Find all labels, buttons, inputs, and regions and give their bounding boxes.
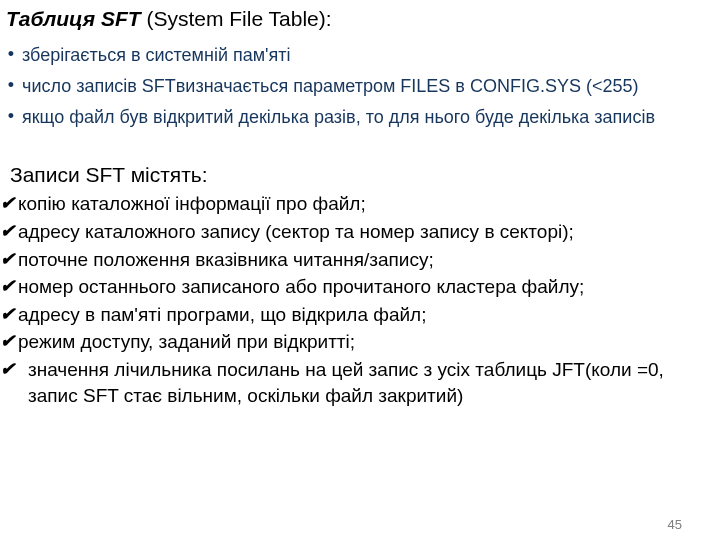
- list-item-text: число записів SFTвизначається параметром…: [22, 73, 714, 100]
- list-item: ✔ режим доступу, заданий при відкритті;: [0, 329, 720, 355]
- bullet-dot-icon: •: [0, 104, 22, 129]
- checkmark-icon: ✔: [0, 191, 18, 215]
- list-item: • число записів SFTвизначається параметр…: [0, 73, 714, 100]
- sub-heading: Записи SFT містять:: [10, 163, 720, 187]
- checkmark-icon: ✔: [0, 219, 18, 243]
- bullet-dot-icon: •: [0, 73, 22, 98]
- checkmark-icon: ✔: [0, 302, 18, 326]
- list-item-text: якщо файл був відкритий декілька разів, …: [22, 104, 714, 131]
- list-item: • якщо файл був відкритий декілька разів…: [0, 104, 714, 131]
- list-item-text: значення лічильника посилань на цей запи…: [18, 357, 720, 408]
- list-item: ✔ адресу каталожного запису (сектор та н…: [0, 219, 720, 245]
- list-item-text: номер останнього записаного або прочитан…: [18, 274, 720, 300]
- checkmark-icon: ✔: [0, 357, 18, 381]
- title-prefix: Таблиця SFT: [6, 7, 141, 30]
- list-item: • зберігається в системній пам'яті: [0, 42, 714, 69]
- checkmark-icon: ✔: [0, 247, 18, 271]
- list-item-text: поточне положення вказівника читання/зап…: [18, 247, 720, 273]
- checkmark-icon: ✔: [0, 329, 18, 353]
- list-item: ✔ поточне положення вказівника читання/з…: [0, 247, 720, 273]
- page-number: 45: [668, 517, 682, 532]
- checkmark-icon: ✔: [0, 274, 18, 298]
- list-item-text: адресу в пам'яті програми, що відкрила ф…: [18, 302, 720, 328]
- list-item-text: копію каталожної інформації про файл;: [18, 191, 720, 217]
- slide-title: Таблиця SFT (System File Table):: [6, 6, 720, 32]
- slide: Таблиця SFT (System File Table): • збері…: [0, 6, 720, 540]
- list-item-text: зберігається в системній пам'яті: [22, 42, 714, 69]
- list-item: ✔ копію каталожної інформації про файл;: [0, 191, 720, 217]
- title-suffix: (System File Table):: [141, 7, 332, 30]
- list-item-text: адресу каталожного запису (сектор та ном…: [18, 219, 720, 245]
- list-item: ✔ значення лічильника посилань на цей за…: [0, 357, 720, 408]
- list-item: ✔ адресу в пам'яті програми, що відкрила…: [0, 302, 720, 328]
- bullet-dot-icon: •: [0, 42, 22, 67]
- list-item: ✔ номер останнього записаного або прочит…: [0, 274, 720, 300]
- properties-list: • зберігається в системній пам'яті • чис…: [0, 42, 714, 131]
- contents-list: ✔ копію каталожної інформації про файл; …: [0, 191, 720, 408]
- list-item-text: режим доступу, заданий при відкритті;: [18, 329, 720, 355]
